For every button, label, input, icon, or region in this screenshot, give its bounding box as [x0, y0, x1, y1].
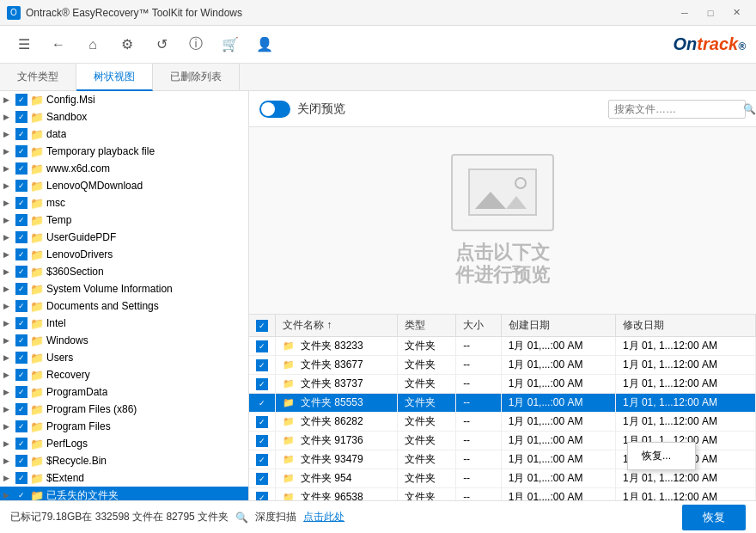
- expand-icon[interactable]: ▶: [3, 474, 15, 482]
- row-checkbox[interactable]: [256, 359, 268, 371]
- expand-icon[interactable]: ▶: [3, 353, 15, 362]
- expand-icon[interactable]: ▶: [3, 95, 15, 104]
- tree-item[interactable]: ▶📁Windows: [0, 332, 248, 349]
- tree-item-checkbox[interactable]: [15, 300, 27, 312]
- tree-item[interactable]: ▶📁$Extend: [0, 469, 248, 487]
- expand-icon[interactable]: ▶: [3, 164, 15, 173]
- tree-item-checkbox[interactable]: [15, 180, 27, 192]
- table-row[interactable]: 📁文件夹 83677文件夹--1月 01,...:00 AM1月 01, 1..…: [249, 355, 756, 374]
- tree-item[interactable]: ▶📁data: [0, 126, 248, 143]
- tree-item-checkbox[interactable]: [15, 369, 27, 381]
- tree-item[interactable]: ▶📁Users: [0, 349, 248, 366]
- search-input[interactable]: [614, 103, 743, 115]
- tree-item[interactable]: ▶📁Temporary playback file: [0, 143, 248, 160]
- expand-icon[interactable]: ▶: [3, 388, 15, 396]
- tree-item[interactable]: ▶📁Documents and Settings: [0, 297, 248, 315]
- tree-item[interactable]: ▶📁Intel: [0, 315, 248, 332]
- expand-icon[interactable]: ▶: [3, 456, 15, 465]
- tree-item[interactable]: ▶📁Temp: [0, 211, 248, 229]
- tree-item-checkbox[interactable]: [15, 403, 27, 415]
- back-button[interactable]: ←: [45, 31, 72, 58]
- row-checkbox[interactable]: [256, 378, 268, 390]
- context-item-recover[interactable]: 恢复...: [628, 444, 695, 468]
- col-header-name[interactable]: 文件名称 ↑: [276, 315, 398, 337]
- expand-icon[interactable]: ▶: [3, 319, 15, 328]
- row-checkbox[interactable]: [256, 492, 268, 501]
- row-checkbox[interactable]: [256, 340, 268, 352]
- expand-icon[interactable]: ▶: [3, 302, 15, 310]
- expand-icon[interactable]: ▶: [3, 336, 15, 345]
- tree-item[interactable]: ▶📁Recovery: [0, 366, 248, 383]
- tree-item-checkbox[interactable]: [15, 283, 27, 295]
- col-header-cb[interactable]: [249, 315, 276, 337]
- col-header-created[interactable]: 创建日期: [501, 315, 615, 337]
- tree-item-checkbox[interactable]: [15, 386, 27, 398]
- expand-icon[interactable]: ▶: [3, 285, 15, 293]
- tree-item-checkbox[interactable]: [15, 317, 27, 329]
- info-button[interactable]: ⓘ: [182, 31, 210, 58]
- tree-item[interactable]: ▶📁$360Section: [0, 263, 248, 280]
- tree-item[interactable]: ▶📁Config.Msi: [0, 91, 248, 108]
- tree-item[interactable]: ▶📁已丢失的文件夹: [0, 487, 248, 500]
- tree-item-checkbox[interactable]: [15, 145, 27, 157]
- col-header-type[interactable]: 类型: [398, 315, 456, 337]
- row-checkbox[interactable]: [256, 454, 268, 466]
- table-row[interactable]: 📁文件夹 954文件夹--1月 01,...:00 AM1月 01, 1...1…: [249, 469, 756, 487]
- tree-item[interactable]: ▶📁LenovoQMDownload: [0, 177, 248, 194]
- tree-item[interactable]: ▶📁Sandbox: [0, 108, 248, 126]
- table-row[interactable]: 📁文件夹 83737文件夹--1月 01,...:00 AM1月 01, 1..…: [249, 374, 756, 393]
- tree-item[interactable]: ▶📁ProgramData: [0, 383, 248, 401]
- table-row[interactable]: 📁文件夹 83233文件夹--1月 01,...:00 AM1月 01, 1..…: [249, 336, 756, 355]
- maximize-button[interactable]: □: [698, 0, 723, 26]
- tree-item-checkbox[interactable]: [15, 352, 27, 364]
- tree-item-checkbox[interactable]: [15, 472, 27, 484]
- row-checkbox[interactable]: [256, 435, 268, 447]
- scan-link[interactable]: 点击此处: [303, 510, 344, 524]
- header-checkbox[interactable]: [256, 320, 268, 332]
- home-button[interactable]: ⌂: [79, 31, 107, 58]
- file-table-wrapper[interactable]: 文件名称 ↑ 类型 大小 创建日期 修改日期 📁文件夹 83233文件夹--1月…: [249, 315, 756, 501]
- user-button[interactable]: 👤: [251, 31, 278, 58]
- col-header-modified[interactable]: 修改日期: [615, 315, 755, 337]
- row-checkbox[interactable]: [256, 397, 268, 409]
- expand-icon[interactable]: ▶: [3, 405, 15, 414]
- close-button[interactable]: ✕: [723, 0, 749, 26]
- expand-icon[interactable]: ▶: [3, 422, 15, 431]
- tree-item[interactable]: ▶📁www.x6d.com: [0, 160, 248, 177]
- tree-item-checkbox[interactable]: [15, 94, 27, 106]
- tree-item-checkbox[interactable]: [15, 162, 27, 175]
- tree-item[interactable]: ▶📁PerfLogs: [0, 435, 248, 452]
- expand-icon[interactable]: ▶: [3, 181, 15, 190]
- table-row[interactable]: 📁文件夹 96538文件夹--1月 01,...:00 AM1月 01, 1..…: [249, 487, 756, 500]
- tab-tree-view[interactable]: 树状视图: [76, 64, 153, 91]
- tree-item-checkbox[interactable]: [15, 455, 27, 467]
- tree-item-checkbox[interactable]: [15, 438, 27, 450]
- tree-item[interactable]: ▶📁Program Files (x86): [0, 401, 248, 418]
- expand-icon[interactable]: ▶: [3, 439, 15, 448]
- tree-item-checkbox[interactable]: [15, 266, 27, 278]
- expand-icon[interactable]: ▶: [3, 113, 15, 121]
- tree-item[interactable]: ▶📁System Volume Information: [0, 280, 248, 297]
- expand-icon[interactable]: ▶: [3, 371, 15, 379]
- tree-item-checkbox[interactable]: [15, 214, 27, 226]
- tab-deleted-list[interactable]: 已删除列表: [153, 64, 240, 91]
- tree-item[interactable]: ▶📁UserGuidePDF: [0, 229, 248, 246]
- expand-icon[interactable]: ▶: [3, 199, 15, 207]
- settings-button[interactable]: ⚙: [113, 31, 141, 58]
- tree-item-checkbox[interactable]: [15, 420, 27, 432]
- table-row[interactable]: 📁文件夹 85553文件夹--1月 01,...:00 AM1月 01, 1..…: [249, 393, 756, 412]
- tree-item[interactable]: ▶📁Program Files: [0, 418, 248, 435]
- tab-file-type[interactable]: 文件类型: [0, 64, 76, 91]
- tree-item[interactable]: ▶📁msc: [0, 194, 248, 211]
- col-header-size[interactable]: 大小: [456, 315, 502, 337]
- expand-icon[interactable]: ▶: [3, 250, 15, 259]
- menu-button[interactable]: ☰: [10, 31, 38, 58]
- preview-toggle-switch[interactable]: [259, 101, 290, 118]
- expand-icon[interactable]: ▶: [3, 147, 15, 156]
- tree-item-checkbox[interactable]: [15, 248, 27, 260]
- refresh-button[interactable]: ↺: [148, 31, 175, 58]
- minimize-button[interactable]: ─: [672, 0, 698, 26]
- table-row[interactable]: 📁文件夹 86282文件夹--1月 01,...:00 AM1月 01, 1..…: [249, 412, 756, 431]
- tree-item[interactable]: ▶📁$Recycle.Bin: [0, 452, 248, 469]
- tree-item-checkbox[interactable]: [15, 111, 27, 123]
